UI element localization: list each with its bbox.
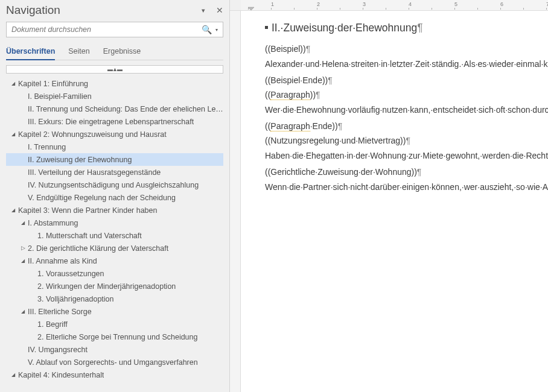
expand-arrow-icon[interactable]: [10, 130, 17, 137]
heading-2: II.·Zuweisung·der·Ehewohnung¶: [265, 22, 548, 34]
tree-item-k3b[interactable]: II. Annahme als Kind: [6, 254, 223, 267]
tree-item-k1b[interactable]: II. Trennung und Scheidung: Das Ende der…: [6, 103, 223, 115]
tree-item-label: 2. Wirkungen der Minderjährigenadoption: [36, 282, 176, 291]
ruler-tick: [523, 1, 546, 7]
marker-gericht: ((Gerichtliche·Zuweisung·der·Wohnung))¶: [265, 167, 548, 177]
tree-item-label: 1. Begriff: [36, 320, 68, 329]
vertical-ruler[interactable]: [230, 11, 241, 392]
tree-item-label: I. Trennung: [27, 143, 66, 151]
tree-item-k2c[interactable]: III. Verteilung der Hausratsgegenstände: [6, 166, 223, 179]
tree-item-k2[interactable]: Kapitel 2: Wohnungszuweisung und Hausrat: [6, 128, 223, 141]
navigation-pane: Navigation ▾ ✕ 🔍 ▾ Überschriften Seiten …: [0, 0, 230, 392]
ruler-tick: [432, 1, 454, 7]
tab-pages[interactable]: Seiten: [68, 45, 89, 60]
tree-item-label: II. Trennung und Scheidung: Das Ende der…: [27, 105, 223, 113]
nav-close-icon[interactable]: ✕: [216, 5, 223, 15]
tree-item-label: II. Annahme als Kind: [27, 257, 97, 265]
tree-item-k1c[interactable]: III. Exkurs: Die eingetragene Lebenspart…: [6, 115, 223, 128]
tree-item-k3a[interactable]: I. Abstammung: [6, 217, 223, 229]
paragraph-main: Wer·die·Ehewohnung·vorläufig·nutzen·kann…: [265, 104, 548, 116]
tree-item-label: V. Endgültige Regelung nach der Scheidun…: [27, 194, 176, 202]
expand-arrow-icon[interactable]: [19, 308, 27, 314]
tree-item-k3b1[interactable]: 1. Voraussetzungen: [6, 267, 223, 280]
jump-to-heading-bar[interactable]: ▬▲▬: [6, 65, 223, 74]
tree-item-k3e[interactable]: V. Ablauf von Sorgerechts- und Umgangsve…: [6, 356, 223, 368]
indent-marker-icon[interactable]: [248, 5, 254, 11]
tree-item-label: 3. Volljährigenadoption: [36, 295, 114, 303]
nav-title: Navigation: [6, 4, 60, 17]
tree-item-label: V. Ablauf von Sorgerechts- und Umgangsve…: [27, 358, 198, 367]
svg-marker-0: [248, 7, 254, 10]
tree-item-label: 1. Mutterschaft und Vaterschaft: [36, 232, 142, 240]
marker-beispiel: ((Beispiel))¶: [265, 44, 548, 54]
marker-beispiel-ende: ((Beispiel·Ende))¶: [265, 75, 548, 85]
tree-item-k1a[interactable]: I. Beispiel-Familien: [6, 90, 223, 103]
tree-item-label: III. Verteilung der Hausratsgegenstände: [27, 168, 161, 177]
ruler-tick: 3: [363, 1, 386, 7]
heading-bullet-icon: [265, 26, 268, 29]
tab-results[interactable]: Ergebnisse: [103, 45, 141, 60]
document-area: 12345678910111213 II.·Zuweisung·der·Ehew…: [230, 0, 548, 392]
tree-item-label: Kapitel 2: Wohnungszuweisung und Hausrat: [17, 130, 167, 139]
tree-item-k2b[interactable]: II. Zuweisung der Ehewohnung: [6, 153, 223, 166]
tree-item-k2a[interactable]: I. Trennung: [6, 141, 223, 153]
search-box[interactable]: 🔍 ▾: [6, 22, 223, 37]
tree-item-label: IV. Nutzungsentschädigung und Ausgleichs…: [27, 181, 199, 189]
tree-item-label: I. Abstammung: [27, 219, 78, 227]
tree-item-label: Kapitel 3: Wenn die Partner Kinder haben: [17, 206, 157, 215]
tree-item-label: Kapitel 1: Einführung: [17, 80, 88, 88]
ruler-tick: 5: [454, 1, 477, 7]
paragraph-nutzung: Haben·die·Ehegatten·in·der·Wohnung·zur·M…: [265, 150, 548, 162]
ruler-tick: 6: [500, 1, 523, 7]
tree-item-label: Kapitel 4: Kindesunterhalt: [17, 371, 104, 379]
marker-nutzung: ((Nutzungsregelung·und·Mietvertrag))¶: [265, 136, 548, 145]
expand-arrow-icon[interactable]: [19, 219, 27, 226]
search-dropdown-icon[interactable]: ▾: [214, 27, 223, 33]
ruler-tick: [386, 1, 409, 7]
nav-tabs: Überschriften Seiten Ergebnisse: [6, 45, 223, 60]
nav-header: Navigation ▾ ✕: [6, 4, 223, 22]
ruler-tick: 2: [317, 1, 340, 7]
expand-arrow-icon[interactable]: [10, 80, 17, 86]
paragraph-gericht: Wenn·die·Partner·sich·nicht·darüber·eini…: [265, 182, 548, 194]
tree-item-k2e[interactable]: V. Endgültige Regelung nach der Scheidun…: [6, 191, 223, 204]
tree-item-k4[interactable]: Kapitel 4: Kindesunterhalt: [6, 368, 223, 381]
horizontal-ruler[interactable]: 12345678910111213: [230, 0, 548, 11]
tree-item-k3c1[interactable]: 1. Begriff: [6, 318, 223, 330]
expand-arrow-icon[interactable]: [19, 244, 27, 251]
marker-paragraph: ((Paragraph))¶: [265, 90, 548, 100]
tree-item-k3[interactable]: Kapitel 3: Wenn die Partner Kinder haben: [6, 204, 223, 217]
tree-item-label: III. Elterliche Sorge: [27, 308, 92, 316]
tree-item-k1[interactable]: Kapitel 1: Einführung: [6, 77, 223, 90]
ruler-tick: [294, 1, 317, 7]
nav-options-chevron-icon[interactable]: ▾: [202, 7, 205, 14]
tree-item-label: II. Zuweisung der Ehewohnung: [27, 156, 132, 164]
search-icon[interactable]: 🔍: [198, 25, 214, 34]
search-input[interactable]: [7, 25, 198, 34]
tree-item-k3a1[interactable]: 1. Mutterschaft und Vaterschaft: [6, 229, 223, 242]
tree-item-k3c[interactable]: III. Elterliche Sorge: [6, 305, 223, 318]
tab-headings[interactable]: Überschriften: [6, 45, 55, 60]
tree-item-k3c2[interactable]: 2. Elterliche Sorge bei Trennung und Sch…: [6, 330, 223, 343]
tree-item-k3d[interactable]: IV. Umgangsrecht: [6, 343, 223, 356]
tree-item-label: 2. Die gerichtliche Klärung der Vatersch…: [27, 244, 168, 253]
ruler-tick: [477, 1, 500, 7]
tree-item-k3a2[interactable]: 2. Die gerichtliche Klärung der Vatersch…: [6, 242, 223, 254]
tree-item-k3b3[interactable]: 3. Volljährigenadoption: [6, 292, 223, 305]
ruler-tick: 4: [409, 1, 432, 7]
ruler-tick: 1: [271, 1, 294, 7]
headings-tree[interactable]: Kapitel 1: EinführungI. Beispiel-Familie…: [6, 77, 223, 392]
tree-item-k2d[interactable]: IV. Nutzungsentschädigung und Ausgleichs…: [6, 179, 223, 191]
expand-arrow-icon[interactable]: [10, 206, 17, 213]
tree-item-label: I. Beispiel-Familien: [27, 92, 92, 101]
paragraph-beispiel: Alexander·und·Helena·streiten·in·letzter…: [265, 58, 548, 71]
document-page[interactable]: II.·Zuweisung·der·Ehewohnung¶ ((Beispiel…: [244, 13, 548, 392]
expand-arrow-icon[interactable]: [10, 371, 17, 378]
tree-item-label: IV. Umgangsrecht: [27, 346, 88, 354]
tree-item-label: III. Exkurs: Die eingetragene Lebenspart…: [27, 118, 194, 126]
marker-paragraph-ende: ((Paragraph·Ende))¶: [265, 121, 548, 131]
tree-item-k3b2[interactable]: 2. Wirkungen der Minderjährigenadoption: [6, 280, 223, 292]
tree-item-label: 1. Voraussetzungen: [36, 270, 104, 278]
expand-arrow-icon[interactable]: [19, 257, 27, 264]
ruler-tick: [340, 1, 363, 7]
